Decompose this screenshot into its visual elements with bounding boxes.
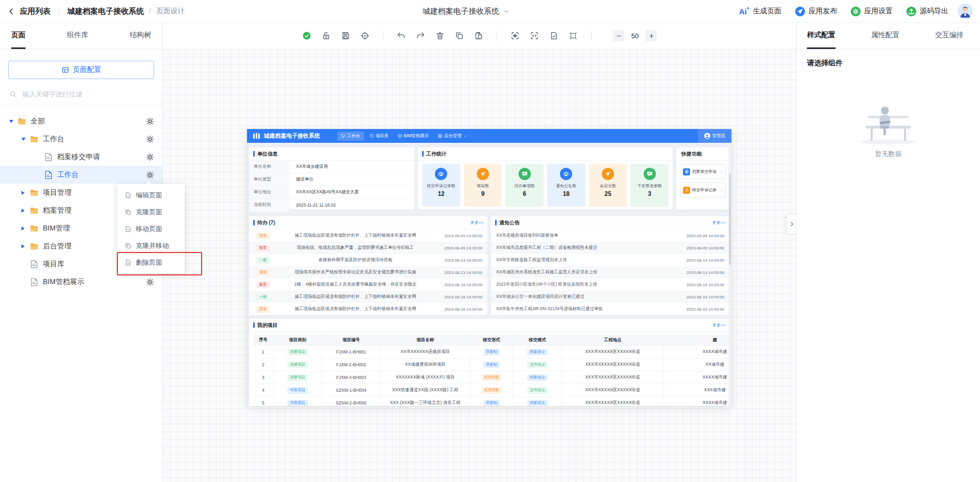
preview-nav-item-0[interactable]: 工作台 [337,132,364,141]
gear-icon[interactable] [146,171,154,179]
tree-item-3[interactable]: 工作台 [0,166,162,184]
todo-item-5[interactable]: 一般施工现场临边区域没有做防护栏杆、上下临时楼梯未布置安全网2023-08-16… [249,291,487,303]
canvas-toolbar: 50 [162,22,797,49]
category-tag: 房建项目 [287,349,308,356]
quick-action-1[interactable]: 移交申请记录› [680,183,726,197]
ai-button[interactable]: Ai生成页面 [739,6,781,17]
table-row-2[interactable]: 3房建项目FJXM-3-BH003XXXXXXX新城 (XXXX片) 项目纸质档… [253,371,729,384]
table-row-3[interactable]: 4市政项目SZXM-1-BH004XXX快速通道XX段 (XXXX路) 工程纸质… [253,384,729,397]
todo-item-2[interactable]: 一般各楼栋外脚手架及防护搭设情况待巡检2023-08-14 14:00:00 [249,254,487,266]
caret-down-icon[interactable] [21,138,30,141]
notice-item-3[interactable]: XX市城区供水系统改造工程施工监理人员证书未上传2023-08-13 14:00… [491,266,729,278]
todo-item-6[interactable]: 紧急施工现场临边区域没有做防护栏杆、上下临时楼梯未布置安全网2023-08-16… [249,303,487,315]
stat-tile-1: 项目数9 [464,164,502,207]
zoom-in-button[interactable] [646,30,657,41]
zoom-out-button[interactable] [613,30,624,41]
quick-action-0[interactable]: 档案移交申请› [680,164,726,179]
redo-button[interactable] [416,31,425,40]
app-title-switcher[interactable]: 城建档案电子接收系统 [423,0,510,22]
settings-button[interactable]: 应用设置 [850,6,893,17]
preview-nav-item-3[interactable]: 后台管理 [434,132,471,141]
unlock-button[interactable] [322,31,331,40]
right-tab-2[interactable]: 交互编排 [935,22,964,49]
preview-scan-button[interactable] [510,31,520,40]
todo-more-link[interactable]: 更多>> [471,220,483,225]
tree-item-1[interactable]: 工作台 [0,130,162,148]
context-menu-item-1[interactable]: 克隆页面 [117,204,185,220]
projects-more-link[interactable]: 更多>> [713,322,725,328]
gear-icon[interactable] [146,153,154,161]
right-tab-1[interactable]: 属性配置 [871,22,900,49]
table-row-4[interactable]: 5市政项目SZXM-2-BH005XXX (XXX路—三环线立交) 改造工程双套… [253,397,729,406]
todo-item-0[interactable]: 紧急施工现场临边区域没有做防护栏杆、上下临时楼梯未布置安全网2023-09-09… [249,230,487,242]
left-tab-1[interactable]: 组件库 [67,22,88,49]
table-row-0[interactable]: 1房建项目FJXM-1-BH001XX市XXXXXX还建房项目双套制档案移交XX… [253,346,729,359]
priority-tag: 重要 [256,282,270,288]
page-preview[interactable]: 城建档案电子接收系统 工作台项目库BIM管档展示后台管理 管理员 单位信息 单位… [247,129,731,406]
tree-item-9[interactable]: BIM管档展示 [0,273,162,291]
stat-tile-2: 待办事项数6 [505,164,544,207]
caret-down-icon[interactable] [9,120,17,123]
page-config-button[interactable]: 页面配置 [8,61,154,79]
todo-item-4[interactable]: 重要2楼、4楼外架搭设施工人员未按要求佩戴安全绳，存在安全隐患2023-08-1… [249,278,487,291]
notice-item-2[interactable]: XX市学府路道路工程监理规划未上传2023-08-14 14:00:00 [491,254,729,266]
trash-button[interactable] [435,31,445,40]
paste-button[interactable] [474,31,483,40]
collapse-right-panel-button[interactable] [786,214,797,234]
copy-button[interactable] [455,31,464,40]
tree-item-2[interactable]: 档案移交申请 [0,148,162,166]
notice-item-6[interactable]: XX市集中供热工程JW-SN-32134号进场材料已通过审批2023-08-16… [491,303,729,315]
preview-nav-item-2[interactable]: BIM管档展示 [394,132,432,141]
user-avatar[interactable] [958,4,973,19]
doc-x-icon [125,259,132,266]
context-menu-item-2[interactable]: 移动页面 [117,220,185,237]
gear-icon[interactable] [146,117,154,125]
notice-item-4[interactable]: 2022年老旧小区改造(49个小区) 投资估算报告未上传2023-08-16 1… [491,278,729,291]
preview-nav-item-1[interactable]: 项目库 [366,132,393,141]
tree-item-0[interactable]: 全部 [0,112,162,130]
search-input[interactable] [21,90,153,98]
scrollbar-thumb[interactable] [729,173,731,265]
back-icon[interactable] [7,7,16,16]
context-menu-item-0[interactable]: 编辑页面 [117,187,185,204]
caret-right-icon[interactable] [21,226,30,231]
header-divider [59,8,59,15]
gear-icon[interactable] [146,135,154,143]
caret-right-icon[interactable] [21,244,30,248]
left-tab-0[interactable]: 页面 [11,22,26,49]
crosshair-button[interactable] [360,31,370,40]
gear-icon[interactable] [146,278,154,286]
canvas-grid[interactable]: 城建档案电子接收系统 工作台项目库BIM管档展示后台管理 管理员 单位信息 单位… [162,49,797,482]
context-menu-item-3[interactable]: 克隆并移动 [117,237,185,254]
table-row-1[interactable]: 2房建项目FJXM-2-BH002XX城建度假休闲项目双套制文件移交XXX市XX… [253,359,729,371]
publish-icon [795,6,805,17]
context-menu-item-4[interactable]: 删除页面 [117,254,185,271]
notice-more-link[interactable]: 更多>> [713,220,725,225]
notice-item-1[interactable]: XX市城市品质提升工程（二期）设备检测报告未提交2023-08-09 14:00… [491,242,729,254]
priority-tag: 一般 [256,294,270,300]
notice-item-0[interactable]: XX市还建房项目收到问题整改单2023-09-09 14:00:00 [491,230,729,242]
undo-button[interactable] [397,31,406,40]
export-button[interactable]: 源码导出 [906,6,948,17]
todo-item-3[interactable]: 紧急现场塔吊操作未严格按照专家论证意见及安全规范要求进行实施2023-08-13… [249,266,487,278]
app-header: 应用列表 城建档案电子接收系统 / 页面设计 城建档案电子接收系统 Ai生成页面… [0,0,980,23]
preview-scrollbar[interactable] [728,143,731,406]
check-circle-button[interactable] [302,31,311,40]
save-button[interactable] [341,31,350,40]
code-scan-button[interactable] [530,31,539,40]
caret-right-icon[interactable] [21,209,30,213]
doc-check-button[interactable] [549,31,558,40]
publish-button[interactable]: 应用发布 [795,6,837,17]
notice-item-5[interactable]: XX市城乡公交一体化建设项目设计变更已通过2023-08-16 14:00:00 [491,291,729,303]
todo-card: 待办 (7)更多>> 紧急施工现场临边区域没有做防护栏杆、上下临时楼梯未布置安全… [249,216,487,315]
right-tab-0[interactable]: 样式配置 [807,22,836,49]
left-tab-2[interactable]: 结构树 [130,22,151,49]
chat-icon [519,168,531,180]
card-title: 待办 (7) [257,219,275,226]
preview-user[interactable]: 管理员 [698,129,732,143]
todo-item-1[interactable]: 重要现场电线、电缆乱拉现象严重，监理部要求施工单位专职电工2023-08-09 … [249,242,487,254]
action-label: 源码导出 [920,7,948,16]
frame-button[interactable] [569,31,578,40]
caret-right-icon[interactable] [21,191,30,195]
back-to-app-list[interactable]: 应用列表 [20,7,51,16]
